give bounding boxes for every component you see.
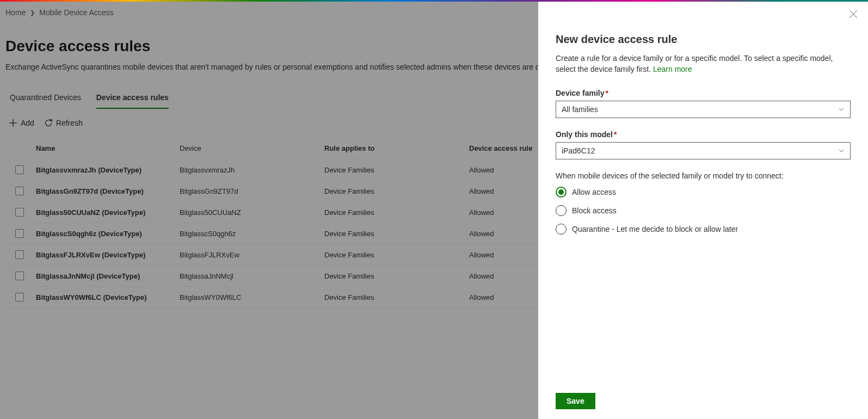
radio-quarantine[interactable]: Quarantine - Let me decide to block or a…	[556, 224, 851, 235]
connect-behavior-label: When mobile devices of the selected fami…	[556, 171, 851, 180]
panel-title: New device access rule	[556, 33, 851, 46]
learn-more-link[interactable]: Learn more	[653, 65, 692, 73]
required-asterisk: *	[606, 89, 608, 97]
close-button[interactable]	[849, 10, 857, 20]
radio-block-access[interactable]: Block access	[556, 205, 851, 216]
model-label: Only this model*	[556, 130, 851, 139]
model-field: Only this model* iPad6C12	[556, 130, 851, 159]
radio-block-label: Block access	[572, 206, 617, 215]
radio-icon	[556, 205, 567, 216]
device-family-label-text: Device family	[556, 89, 605, 97]
connect-behavior-field: When mobile devices of the selected fami…	[556, 171, 851, 235]
device-family-field: Device family* All families	[556, 89, 851, 118]
radio-quarantine-label: Quarantine - Let me decide to block or a…	[572, 225, 738, 233]
model-select[interactable]: iPad6C12	[556, 142, 851, 159]
device-family-label: Device family*	[556, 89, 851, 97]
panel-description: Create a rule for a device family or for…	[556, 53, 851, 75]
panel-footer: Save	[556, 384, 851, 409]
connect-radio-group: Allow access Block access Quarantine - L…	[556, 187, 851, 235]
close-icon	[849, 10, 857, 18]
panel-description-text: Create a rule for a device family or for…	[556, 54, 833, 73]
device-family-select[interactable]: All families	[556, 101, 851, 118]
chevron-down-icon	[838, 106, 845, 113]
model-label-text: Only this model	[556, 130, 613, 139]
radio-allow-access[interactable]: Allow access	[556, 187, 851, 198]
radio-icon	[556, 187, 567, 198]
required-asterisk: *	[614, 130, 617, 139]
save-button[interactable]: Save	[556, 393, 595, 409]
new-rule-panel: New device access rule Create a rule for…	[538, 2, 868, 419]
radio-icon	[556, 224, 567, 235]
chevron-down-icon	[838, 147, 845, 154]
model-value: iPad6C12	[562, 146, 595, 155]
device-family-value: All families	[562, 105, 598, 114]
radio-allow-label: Allow access	[572, 188, 616, 196]
